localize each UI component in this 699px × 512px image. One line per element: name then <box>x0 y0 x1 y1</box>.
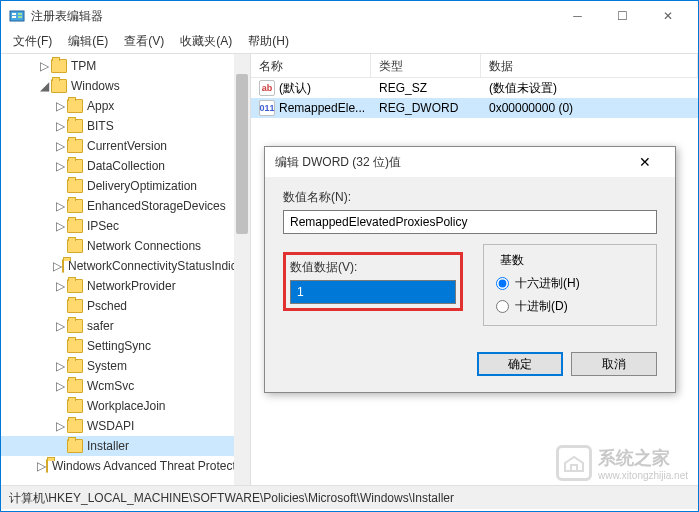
value-data: (数值未设置) <box>489 80 557 97</box>
tree-item-label: Appx <box>87 99 114 113</box>
folder-icon <box>67 319 83 333</box>
tree-item[interactable]: DeliveryOptimization <box>1 176 250 196</box>
menu-edit[interactable]: 编辑(E) <box>60 31 116 53</box>
menu-help[interactable]: 帮助(H) <box>240 31 297 53</box>
tree-item[interactable]: SettingSync <box>1 336 250 356</box>
menu-favorites[interactable]: 收藏夹(A) <box>172 31 240 53</box>
tree-item[interactable]: ▷DataCollection <box>1 156 250 176</box>
tree-item-label: EnhancedStorageDevices <box>87 199 226 213</box>
tree-item[interactable]: ▷Appx <box>1 96 250 116</box>
expand-icon[interactable]: ▷ <box>53 199 67 213</box>
tree-scrollbar[interactable] <box>234 54 250 485</box>
value-type-icon: ab <box>259 80 275 96</box>
folder-icon <box>67 439 83 453</box>
menu-file[interactable]: 文件(F) <box>5 31 60 53</box>
tree-item-label: Psched <box>87 299 127 313</box>
tree-item[interactable]: ▷System <box>1 356 250 376</box>
window-title: 注册表编辑器 <box>31 8 555 25</box>
col-name[interactable]: 名称 <box>251 54 371 77</box>
col-data[interactable]: 数据 <box>481 54 698 77</box>
tree-item-label: Windows Advanced Threat Protection <box>52 459 251 473</box>
tree-item[interactable]: WorkplaceJoin <box>1 396 250 416</box>
tree-item-label: IPSec <box>87 219 119 233</box>
expand-icon[interactable]: ▷ <box>53 99 67 113</box>
radix-group: 基数 十六进制(H) 十进制(D) <box>483 244 657 326</box>
folder-icon <box>46 459 48 473</box>
registry-tree[interactable]: ▷TPM◢Windows▷Appx▷BITS▷CurrentVersion▷Da… <box>1 54 251 485</box>
folder-icon <box>67 359 83 373</box>
tree-item[interactable]: ◢Windows <box>1 76 250 96</box>
list-row[interactable]: 011RemappedEle...REG_DWORD0x00000000 (0) <box>251 98 698 118</box>
name-input[interactable] <box>283 210 657 234</box>
expand-icon[interactable]: ▷ <box>53 359 67 373</box>
data-input[interactable] <box>290 280 456 304</box>
tree-item[interactable]: ▷CurrentVersion <box>1 136 250 156</box>
folder-icon <box>67 99 83 113</box>
list-header: 名称 类型 数据 <box>251 54 698 78</box>
radio-hex[interactable]: 十六进制(H) <box>496 275 644 292</box>
tree-item[interactable]: Installer <box>1 436 250 456</box>
folder-icon <box>67 239 83 253</box>
tree-item[interactable]: Psched <box>1 296 250 316</box>
expand-icon[interactable]: ▷ <box>53 219 67 233</box>
folder-icon <box>67 419 83 433</box>
dialog-close-button[interactable]: ✕ <box>625 147 665 177</box>
expand-icon[interactable]: ▷ <box>37 459 46 473</box>
tree-item-label: Installer <box>87 439 129 453</box>
tree-item[interactable]: ▷IPSec <box>1 216 250 236</box>
expand-icon[interactable]: ▷ <box>53 259 62 273</box>
radio-hex-input[interactable] <box>496 277 509 290</box>
tree-item-label: Windows <box>71 79 120 93</box>
expand-icon[interactable]: ▷ <box>53 159 67 173</box>
expand-icon[interactable]: ▷ <box>53 279 67 293</box>
maximize-button[interactable]: ☐ <box>600 1 645 31</box>
close-button[interactable]: ✕ <box>645 1 690 31</box>
tree-item-label: DeliveryOptimization <box>87 179 197 193</box>
cancel-button[interactable]: 取消 <box>571 352 657 376</box>
tree-item[interactable]: ▷Windows Advanced Threat Protection <box>1 456 250 476</box>
folder-icon <box>67 159 83 173</box>
expand-icon[interactable]: ▷ <box>37 59 51 73</box>
menu-bar: 文件(F) 编辑(E) 查看(V) 收藏夹(A) 帮助(H) <box>1 31 698 53</box>
tree-item[interactable]: ▷NetworkProvider <box>1 276 250 296</box>
radio-dec[interactable]: 十进制(D) <box>496 298 644 315</box>
tree-item[interactable]: Network Connections <box>1 236 250 256</box>
value-name: (默认) <box>279 80 311 97</box>
tree-item-label: WorkplaceJoin <box>87 399 165 413</box>
app-icon <box>9 8 25 24</box>
minimize-button[interactable]: ─ <box>555 1 600 31</box>
folder-icon <box>67 179 83 193</box>
expand-icon[interactable]: ▷ <box>53 419 67 433</box>
tree-item[interactable]: ▷EnhancedStorageDevices <box>1 196 250 216</box>
tree-item[interactable]: ▷safer <box>1 316 250 336</box>
dialog-title-bar[interactable]: 编辑 DWORD (32 位)值 ✕ <box>265 147 675 177</box>
tree-item[interactable]: ▷WcmSvc <box>1 376 250 396</box>
tree-item[interactable]: ▷WSDAPI <box>1 416 250 436</box>
folder-icon <box>51 79 67 93</box>
folder-icon <box>67 299 83 313</box>
list-row[interactable]: ab(默认)REG_SZ(数值未设置) <box>251 78 698 98</box>
highlight-box: 数值数据(V): <box>283 252 463 311</box>
watermark-logo-icon <box>556 445 592 481</box>
folder-icon <box>51 59 67 73</box>
expand-icon[interactable]: ◢ <box>37 79 51 93</box>
watermark-text: 系统之家 <box>598 446 688 470</box>
tree-item-label: NetworkProvider <box>87 279 176 293</box>
tree-item[interactable]: ▷BITS <box>1 116 250 136</box>
folder-icon <box>67 219 83 233</box>
svg-rect-2 <box>12 16 16 18</box>
radix-legend: 基数 <box>496 252 528 269</box>
tree-item[interactable]: ▷NetworkConnectivityStatusIndicator <box>1 256 250 276</box>
expand-icon[interactable]: ▷ <box>53 139 67 153</box>
tree-item[interactable]: ▷TPM <box>1 56 250 76</box>
tree-item-label: WSDAPI <box>87 419 134 433</box>
menu-view[interactable]: 查看(V) <box>116 31 172 53</box>
col-type[interactable]: 类型 <box>371 54 481 77</box>
expand-icon[interactable]: ▷ <box>53 319 67 333</box>
expand-icon[interactable]: ▷ <box>53 379 67 393</box>
radio-dec-input[interactable] <box>496 300 509 313</box>
dialog-title: 编辑 DWORD (32 位)值 <box>275 154 625 171</box>
ok-button[interactable]: 确定 <box>477 352 563 376</box>
expand-icon[interactable]: ▷ <box>53 119 67 133</box>
tree-item-label: DataCollection <box>87 159 165 173</box>
